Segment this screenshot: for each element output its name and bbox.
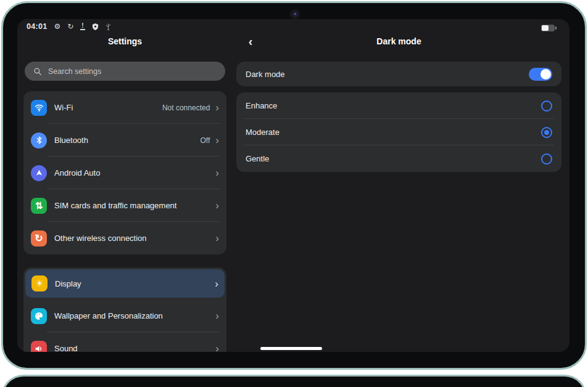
device-settings-card: ☀ Display › Wallpaper and Personalizatio… <box>23 267 226 352</box>
sidebar-item-bluetooth[interactable]: Bluetooth Off › <box>23 124 226 157</box>
sidebar-item-wallpaper[interactable]: Wallpaper and Personalization › <box>23 299 226 332</box>
sound-icon <box>31 341 47 352</box>
option-moderate[interactable]: Moderate <box>236 119 561 145</box>
priority-notification-icon: ! <box>80 23 85 30</box>
battery-fill <box>542 25 549 31</box>
item-label: Other wireless connection <box>54 234 210 243</box>
option-gentle[interactable]: Gentle <box>236 145 561 172</box>
item-status: Not connected <box>162 104 210 112</box>
wifi-icon <box>31 100 47 116</box>
toggle-label: Dark mode <box>246 70 529 79</box>
chevron-right-icon: › <box>215 311 219 321</box>
sidebar-item-display[interactable]: ☀ Display › <box>25 269 225 298</box>
dark-mode-toggle-row[interactable]: Dark mode <box>236 62 561 86</box>
option-enhance[interactable]: Enhance <box>236 92 561 119</box>
shield-icon <box>92 23 99 31</box>
home-gesture-bar[interactable] <box>260 347 322 350</box>
chevron-right-icon: › <box>215 135 219 145</box>
chevron-right-icon: › <box>215 279 218 289</box>
item-label: Sound <box>54 344 215 352</box>
clock: 04:01 <box>27 22 47 31</box>
item-status: Off <box>201 136 210 145</box>
dark-mode-options-card: Enhance Moderate Gentle <box>236 92 561 172</box>
connection-settings-card: Wi-Fi Not connected › Bluetooth Off › An… <box>23 91 226 255</box>
tablet-frame: 04:01 ⚙ ↻ ! Settings Search settings <box>1 1 587 370</box>
chevron-right-icon: › <box>215 102 219 113</box>
wallpaper-icon <box>31 308 47 324</box>
radio-button-selected[interactable] <box>541 127 552 138</box>
dark-mode-toggle-card: Dark mode <box>236 62 561 86</box>
sim-card-icon: ⇅ <box>31 198 47 214</box>
sidebar-item-android-auto[interactable]: Android Auto › <box>23 157 226 189</box>
other-wireless-icon: ↻ <box>31 230 47 246</box>
bluetooth-icon <box>31 132 47 149</box>
search-icon <box>33 67 42 76</box>
chevron-right-icon: › <box>215 168 219 178</box>
option-label: Moderate <box>246 128 541 137</box>
display-icon: ☀ <box>31 275 48 291</box>
chevron-right-icon: › <box>215 233 219 243</box>
radio-button-unselected[interactable] <box>541 153 552 165</box>
option-label: Gentle <box>246 154 541 163</box>
front-camera <box>289 9 300 20</box>
usb-icon <box>106 23 111 31</box>
battery-nub <box>555 26 557 30</box>
radio-button-unselected[interactable] <box>541 100 552 112</box>
dark-mode-switch[interactable] <box>529 68 552 81</box>
second-device-edge <box>1 375 587 387</box>
android-auto-icon <box>31 165 47 181</box>
item-label: Android Auto <box>54 168 210 177</box>
status-bar: 04:01 ⚙ ↻ ! <box>27 22 111 31</box>
sidebar-item-wifi[interactable]: Wi-Fi Not connected › <box>23 91 226 124</box>
search-placeholder: Search settings <box>48 67 101 76</box>
settings-page-title: Settings <box>23 36 226 47</box>
dark-mode-page-title: Dark mode <box>236 36 561 47</box>
sync-icon: ↻ <box>67 22 73 31</box>
item-label: Bluetooth <box>54 136 201 145</box>
chevron-right-icon: › <box>215 200 219 211</box>
item-label: SIM cards and traffic management <box>54 201 210 210</box>
item-label: Wi-Fi <box>54 103 162 112</box>
screen: 04:01 ⚙ ↻ ! Settings Search settings <box>17 19 569 352</box>
switch-knob <box>540 69 551 79</box>
item-label: Display <box>55 279 215 288</box>
chevron-right-icon: › <box>215 343 219 352</box>
settings-gear-icon: ⚙ <box>54 22 60 31</box>
battery-icon <box>541 25 555 31</box>
camera-glint <box>294 13 296 15</box>
item-label: Wallpaper and Personalization <box>54 311 215 320</box>
sidebar-item-other-wireless[interactable]: ↻ Other wireless connection › <box>23 222 226 255</box>
search-input[interactable]: Search settings <box>25 62 225 81</box>
option-label: Enhance <box>246 101 541 110</box>
sidebar-item-sim-cards[interactable]: ⇅ SIM cards and traffic management › <box>23 189 226 222</box>
sidebar-item-sound[interactable]: Sound › <box>23 332 226 352</box>
